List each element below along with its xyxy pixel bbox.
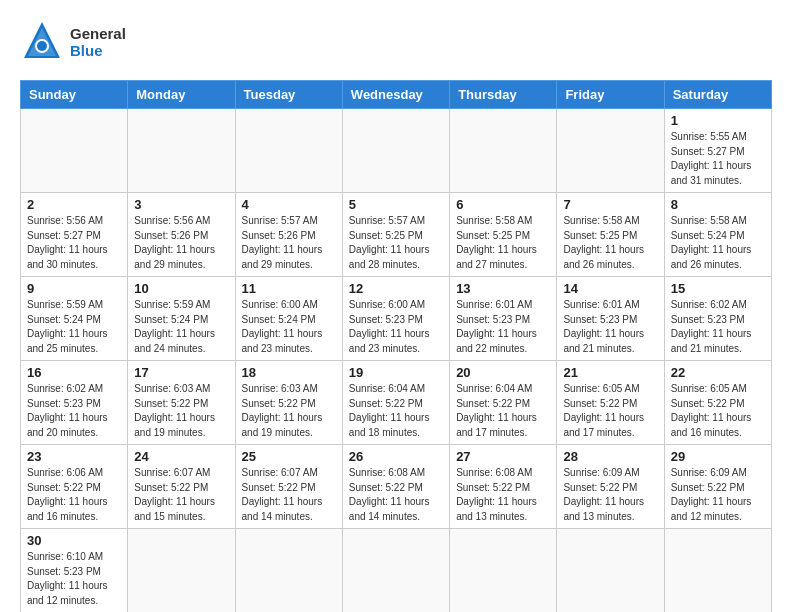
calendar-cell: 24Sunrise: 6:07 AM Sunset: 5:22 PM Dayli…	[128, 445, 235, 529]
day-number: 8	[671, 197, 765, 212]
calendar-cell: 5Sunrise: 5:57 AM Sunset: 5:25 PM Daylig…	[342, 193, 449, 277]
day-number: 6	[456, 197, 550, 212]
calendar-cell	[128, 529, 235, 613]
day-number: 17	[134, 365, 228, 380]
calendar-cell	[342, 529, 449, 613]
calendar-cell: 11Sunrise: 6:00 AM Sunset: 5:24 PM Dayli…	[235, 277, 342, 361]
day-info: Sunrise: 6:04 AM Sunset: 5:22 PM Dayligh…	[456, 382, 550, 440]
day-number: 3	[134, 197, 228, 212]
day-number: 12	[349, 281, 443, 296]
day-info: Sunrise: 6:00 AM Sunset: 5:23 PM Dayligh…	[349, 298, 443, 356]
day-info: Sunrise: 5:59 AM Sunset: 5:24 PM Dayligh…	[134, 298, 228, 356]
day-number: 23	[27, 449, 121, 464]
calendar-cell: 3Sunrise: 5:56 AM Sunset: 5:26 PM Daylig…	[128, 193, 235, 277]
day-number: 2	[27, 197, 121, 212]
calendar-cell	[664, 529, 771, 613]
calendar-cell: 7Sunrise: 5:58 AM Sunset: 5:25 PM Daylig…	[557, 193, 664, 277]
day-number: 5	[349, 197, 443, 212]
day-info: Sunrise: 5:57 AM Sunset: 5:26 PM Dayligh…	[242, 214, 336, 272]
day-info: Sunrise: 6:05 AM Sunset: 5:22 PM Dayligh…	[563, 382, 657, 440]
page-header: General Blue	[20, 20, 772, 64]
calendar-cell: 1Sunrise: 5:55 AM Sunset: 5:27 PM Daylig…	[664, 109, 771, 193]
day-info: Sunrise: 5:56 AM Sunset: 5:27 PM Dayligh…	[27, 214, 121, 272]
calendar-cell: 20Sunrise: 6:04 AM Sunset: 5:22 PM Dayli…	[450, 361, 557, 445]
calendar-cell: 18Sunrise: 6:03 AM Sunset: 5:22 PM Dayli…	[235, 361, 342, 445]
calendar-cell: 12Sunrise: 6:00 AM Sunset: 5:23 PM Dayli…	[342, 277, 449, 361]
calendar-week-row: 9Sunrise: 5:59 AM Sunset: 5:24 PM Daylig…	[21, 277, 772, 361]
day-number: 22	[671, 365, 765, 380]
weekday-header-monday: Monday	[128, 81, 235, 109]
weekday-header-sunday: Sunday	[21, 81, 128, 109]
day-number: 27	[456, 449, 550, 464]
day-info: Sunrise: 6:09 AM Sunset: 5:22 PM Dayligh…	[563, 466, 657, 524]
day-number: 20	[456, 365, 550, 380]
calendar-cell	[128, 109, 235, 193]
calendar-cell	[450, 109, 557, 193]
calendar-cell: 21Sunrise: 6:05 AM Sunset: 5:22 PM Dayli…	[557, 361, 664, 445]
day-info: Sunrise: 6:03 AM Sunset: 5:22 PM Dayligh…	[134, 382, 228, 440]
day-info: Sunrise: 6:06 AM Sunset: 5:22 PM Dayligh…	[27, 466, 121, 524]
calendar-cell	[235, 109, 342, 193]
calendar-cell: 8Sunrise: 5:58 AM Sunset: 5:24 PM Daylig…	[664, 193, 771, 277]
calendar-cell: 23Sunrise: 6:06 AM Sunset: 5:22 PM Dayli…	[21, 445, 128, 529]
calendar-week-row: 2Sunrise: 5:56 AM Sunset: 5:27 PM Daylig…	[21, 193, 772, 277]
day-info: Sunrise: 5:57 AM Sunset: 5:25 PM Dayligh…	[349, 214, 443, 272]
logo: General Blue	[20, 20, 126, 64]
day-info: Sunrise: 6:07 AM Sunset: 5:22 PM Dayligh…	[134, 466, 228, 524]
day-number: 1	[671, 113, 765, 128]
calendar-cell: 28Sunrise: 6:09 AM Sunset: 5:22 PM Dayli…	[557, 445, 664, 529]
weekday-header-row: SundayMondayTuesdayWednesdayThursdayFrid…	[21, 81, 772, 109]
day-number: 19	[349, 365, 443, 380]
calendar-cell: 6Sunrise: 5:58 AM Sunset: 5:25 PM Daylig…	[450, 193, 557, 277]
svg-point-3	[37, 41, 47, 51]
day-info: Sunrise: 6:08 AM Sunset: 5:22 PM Dayligh…	[349, 466, 443, 524]
day-info: Sunrise: 6:04 AM Sunset: 5:22 PM Dayligh…	[349, 382, 443, 440]
day-info: Sunrise: 5:58 AM Sunset: 5:24 PM Dayligh…	[671, 214, 765, 272]
day-info: Sunrise: 6:01 AM Sunset: 5:23 PM Dayligh…	[456, 298, 550, 356]
day-info: Sunrise: 6:05 AM Sunset: 5:22 PM Dayligh…	[671, 382, 765, 440]
day-number: 25	[242, 449, 336, 464]
day-info: Sunrise: 6:01 AM Sunset: 5:23 PM Dayligh…	[563, 298, 657, 356]
calendar-cell	[557, 529, 664, 613]
calendar-cell: 2Sunrise: 5:56 AM Sunset: 5:27 PM Daylig…	[21, 193, 128, 277]
calendar-cell: 15Sunrise: 6:02 AM Sunset: 5:23 PM Dayli…	[664, 277, 771, 361]
calendar-cell: 19Sunrise: 6:04 AM Sunset: 5:22 PM Dayli…	[342, 361, 449, 445]
calendar-cell	[21, 109, 128, 193]
calendar-cell: 14Sunrise: 6:01 AM Sunset: 5:23 PM Dayli…	[557, 277, 664, 361]
day-number: 14	[563, 281, 657, 296]
calendar-cell	[235, 529, 342, 613]
day-info: Sunrise: 6:07 AM Sunset: 5:22 PM Dayligh…	[242, 466, 336, 524]
calendar-cell: 17Sunrise: 6:03 AM Sunset: 5:22 PM Dayli…	[128, 361, 235, 445]
day-number: 29	[671, 449, 765, 464]
day-info: Sunrise: 5:58 AM Sunset: 5:25 PM Dayligh…	[456, 214, 550, 272]
day-info: Sunrise: 6:08 AM Sunset: 5:22 PM Dayligh…	[456, 466, 550, 524]
calendar-cell: 4Sunrise: 5:57 AM Sunset: 5:26 PM Daylig…	[235, 193, 342, 277]
day-number: 7	[563, 197, 657, 212]
calendar-cell: 16Sunrise: 6:02 AM Sunset: 5:23 PM Dayli…	[21, 361, 128, 445]
day-info: Sunrise: 6:09 AM Sunset: 5:22 PM Dayligh…	[671, 466, 765, 524]
calendar-week-row: 1Sunrise: 5:55 AM Sunset: 5:27 PM Daylig…	[21, 109, 772, 193]
calendar-cell: 13Sunrise: 6:01 AM Sunset: 5:23 PM Dayli…	[450, 277, 557, 361]
day-info: Sunrise: 6:10 AM Sunset: 5:23 PM Dayligh…	[27, 550, 121, 608]
day-number: 30	[27, 533, 121, 548]
calendar-cell	[450, 529, 557, 613]
day-info: Sunrise: 6:03 AM Sunset: 5:22 PM Dayligh…	[242, 382, 336, 440]
calendar-week-row: 23Sunrise: 6:06 AM Sunset: 5:22 PM Dayli…	[21, 445, 772, 529]
day-number: 10	[134, 281, 228, 296]
calendar-cell: 27Sunrise: 6:08 AM Sunset: 5:22 PM Dayli…	[450, 445, 557, 529]
weekday-header-saturday: Saturday	[664, 81, 771, 109]
day-info: Sunrise: 6:00 AM Sunset: 5:24 PM Dayligh…	[242, 298, 336, 356]
calendar-cell: 22Sunrise: 6:05 AM Sunset: 5:22 PM Dayli…	[664, 361, 771, 445]
calendar-cell: 29Sunrise: 6:09 AM Sunset: 5:22 PM Dayli…	[664, 445, 771, 529]
calendar-cell: 26Sunrise: 6:08 AM Sunset: 5:22 PM Dayli…	[342, 445, 449, 529]
day-number: 11	[242, 281, 336, 296]
calendar-week-row: 30Sunrise: 6:10 AM Sunset: 5:23 PM Dayli…	[21, 529, 772, 613]
day-info: Sunrise: 5:56 AM Sunset: 5:26 PM Dayligh…	[134, 214, 228, 272]
day-info: Sunrise: 5:58 AM Sunset: 5:25 PM Dayligh…	[563, 214, 657, 272]
day-number: 15	[671, 281, 765, 296]
weekday-header-wednesday: Wednesday	[342, 81, 449, 109]
day-info: Sunrise: 5:55 AM Sunset: 5:27 PM Dayligh…	[671, 130, 765, 188]
day-number: 13	[456, 281, 550, 296]
day-number: 21	[563, 365, 657, 380]
day-number: 18	[242, 365, 336, 380]
